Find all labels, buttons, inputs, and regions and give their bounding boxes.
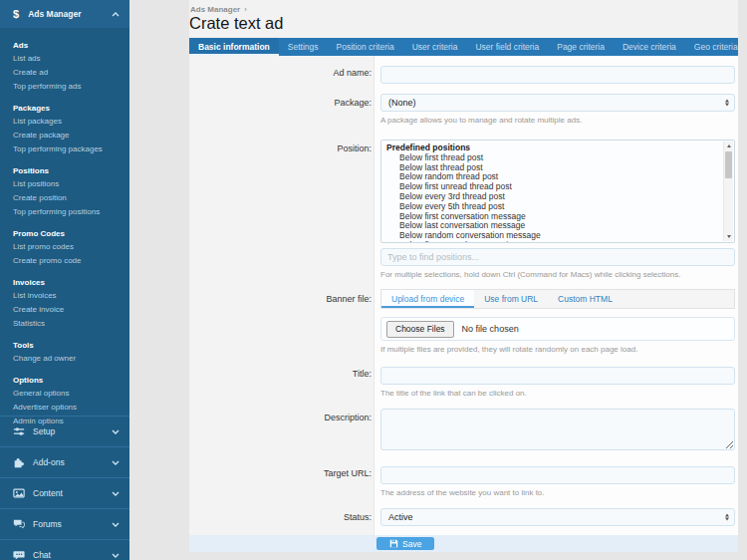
sidebar-header-label: Ads Manager: [28, 9, 112, 19]
file-chosen-status: No file chosen: [462, 324, 519, 334]
tab-position-criteria[interactable]: Position criteria: [328, 38, 403, 56]
tab-geo-criteria[interactable]: Geo criteria: [685, 38, 747, 56]
package-select-value: (None): [388, 98, 416, 108]
sliders-icon: [12, 425, 26, 437]
title-hint: The title of the link that can be clicke…: [380, 389, 735, 398]
sidebar-group-heading: Promo Codes: [13, 227, 122, 240]
scroll-down-icon[interactable]: [724, 232, 734, 241]
sidebar-item-create-ad[interactable]: Create ad: [13, 66, 122, 80]
chevron-down-icon: [112, 429, 120, 434]
page-header: Ads Manager› Crate text ad: [189, 0, 738, 38]
package-select[interactable]: (None): [380, 94, 735, 112]
chevron-down-icon: [112, 491, 120, 496]
position-label: Position:: [189, 140, 372, 157]
status-select-value: Active: [388, 512, 413, 522]
sidebar-section-add-ons[interactable]: Add-ons: [0, 446, 129, 477]
package-hint: A package allows you to manage and rotat…: [380, 116, 735, 125]
sidebar-item-top-performing-packages[interactable]: Top performing packages: [13, 142, 122, 156]
ad-name-label: Ad name:: [189, 64, 372, 82]
floppy-icon: [389, 539, 398, 548]
banner-file-hint: If multiple files are provided, they wil…: [380, 345, 735, 354]
sidebar-item-list-packages[interactable]: List packages: [13, 115, 122, 129]
sidebar-item-list-invoices[interactable]: List invoices: [13, 289, 122, 303]
tab-settings[interactable]: Settings: [279, 38, 328, 56]
sidebar-group-invoices: Invoices List invoices Create invoice St…: [13, 276, 122, 331]
breadcrumb-ads-manager[interactable]: Ads Manager: [190, 5, 240, 14]
sidebar-item-change-ad-owner[interactable]: Change ad owner: [13, 352, 122, 366]
footer-bar: Save: [189, 535, 738, 552]
position-filter-input[interactable]: [380, 248, 735, 266]
sidebar-item-create-position[interactable]: Create position: [13, 191, 122, 205]
choose-files-button[interactable]: Choose Files: [386, 321, 454, 338]
description-textarea[interactable]: [380, 409, 735, 450]
sidebar-group-heading: Positions: [13, 164, 122, 177]
tab-device-criteria[interactable]: Device criteria: [614, 38, 685, 56]
description-label: Description:: [189, 409, 372, 426]
sidebar-group-heading: Ads: [13, 39, 122, 52]
sidebar-item-top-performing-ads[interactable]: Top performing ads: [13, 80, 122, 94]
chevron-down-icon: [112, 460, 120, 465]
sidebar-item-list-positions[interactable]: List positions: [13, 177, 122, 191]
title-input[interactable]: [380, 367, 735, 385]
sidebar-item-top-performing-positions[interactable]: Top performing positions: [13, 205, 122, 219]
target-url-input[interactable]: [380, 466, 735, 484]
title-label: Title:: [189, 365, 372, 383]
sidebar-item-create-package[interactable]: Create package: [13, 129, 122, 142]
save-button[interactable]: Save: [376, 537, 434, 550]
tab-user-field-criteria[interactable]: User field criteria: [466, 38, 548, 56]
chat-icon: [12, 549, 26, 560]
sidebar-collapsed-sections: Setup Add-ons Content Forums: [0, 416, 129, 560]
sidebar-item-list-promo-codes[interactable]: List promo codes: [13, 240, 122, 254]
target-url-hint: The address of the website you want to l…: [380, 488, 735, 497]
sidebar-header-ads-manager[interactable]: $ Ads Manager: [0, 0, 129, 28]
tab-page-criteria[interactable]: Page criteria: [548, 38, 614, 56]
sidebar-group-heading: Invoices: [13, 276, 122, 289]
package-label: Package:: [189, 94, 372, 112]
scrollbar-thumb[interactable]: [725, 151, 732, 178]
sidebar: $ Ads Manager Ads List ads Create ad Top…: [0, 0, 129, 560]
sidebar-item-create-invoice[interactable]: Create invoice: [13, 303, 122, 317]
status-label: Status:: [189, 508, 372, 526]
sidebar-item-list-ads[interactable]: List ads: [13, 52, 122, 66]
sidebar-section-forums[interactable]: Forums: [0, 508, 129, 539]
select-stepper-icon: [725, 514, 729, 521]
sidebar-group-heading: Options: [13, 374, 122, 387]
target-url-label: Target URL:: [189, 464, 372, 482]
save-button-label: Save: [402, 539, 421, 549]
tab-user-criteria[interactable]: User criteria: [403, 38, 467, 56]
subtab-upload-from-device[interactable]: Upload from device: [381, 290, 474, 308]
sidebar-item-advertiser-options[interactable]: Advertiser options: [13, 401, 122, 415]
breadcrumb[interactable]: Ads Manager›: [190, 5, 247, 14]
listbox-scrollbar[interactable]: [723, 141, 733, 241]
subtab-use-from-url[interactable]: Use from URL: [474, 290, 548, 308]
file-upload-box: Choose Files No file chosen: [380, 317, 735, 341]
sidebar-item-general-options[interactable]: General options: [13, 387, 122, 401]
page-title: Crate text ad: [189, 14, 283, 33]
sidebar-group-positions: Positions List positions Create position…: [13, 164, 122, 219]
main-content: Ads Manager› Crate text ad Basic informa…: [189, 0, 738, 560]
sidebar-group-heading: Packages: [13, 102, 122, 115]
sidebar-section-content[interactable]: Content: [0, 477, 129, 508]
sidebar-group-packages: Packages List packages Create package To…: [13, 102, 122, 156]
sidebar-section-label: Chat: [33, 550, 112, 560]
comments-icon: [12, 518, 26, 530]
tab-basic-information[interactable]: Basic information: [189, 38, 279, 56]
breadcrumb-separator: ›: [244, 5, 247, 14]
sidebar-item-create-promo-code[interactable]: Create promo code: [13, 254, 122, 268]
status-select[interactable]: Active: [380, 508, 735, 526]
sidebar-item-statistics[interactable]: Statistics: [13, 317, 122, 331]
sidebar-section-setup[interactable]: Setup: [0, 416, 129, 446]
sidebar-group-heading: Tools: [13, 339, 122, 352]
sidebar-section-label: Setup: [33, 426, 112, 436]
sidebar-group-ads: Ads List ads Create ad Top performing ad…: [13, 39, 122, 94]
sidebar-section-label: Content: [33, 488, 112, 498]
position-option[interactable]: Below first unread conversation message: [386, 241, 720, 243]
scroll-up-icon[interactable]: [724, 141, 734, 150]
select-stepper-icon: [725, 100, 729, 107]
sidebar-group-promo-codes: Promo Codes List promo codes Create prom…: [13, 227, 122, 268]
subtab-custom-html[interactable]: Custom HTML: [548, 290, 622, 308]
sidebar-section-chat[interactable]: Chat: [0, 539, 129, 560]
position-listbox[interactable]: Predefined positions Below first thread …: [380, 140, 735, 243]
ad-name-input[interactable]: [380, 66, 735, 84]
banner-subtabs: Upload from device Use from URL Custom H…: [380, 289, 735, 309]
